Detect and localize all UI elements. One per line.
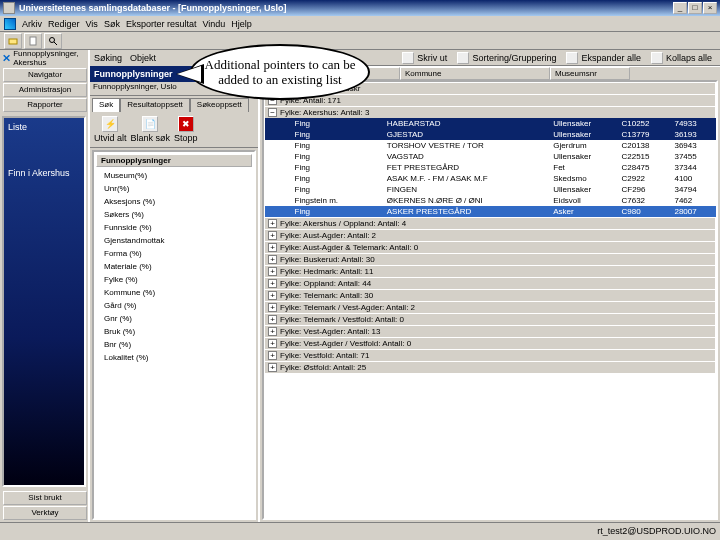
svg-line-3 [54,42,57,45]
collapse-all-right[interactable]: Kollaps alle [651,52,712,64]
nav-finn[interactable]: Finn i Akershus [8,168,70,178]
left-panel: Funnopplysninger, Akershus Navigator Adm… [0,50,90,522]
tool-search-icon[interactable] [44,33,62,49]
tree-item[interactable]: Kommune (%) [96,286,252,299]
expand-all-button[interactable]: ⚡ Utvid alt [94,116,127,143]
tools-button[interactable]: Verktøy [3,506,87,520]
tree-item[interactable]: Forma (%) [96,247,252,260]
tree-item[interactable]: Søkers (%) [96,208,252,221]
field-tree[interactable]: Funnopplysninger Museum(%)Unr(%)Aksesjon… [92,150,256,520]
tree-item[interactable]: Gjenstand­mottak [96,234,252,247]
group-row[interactable]: +Fylke: Telemark / Vest-Agder: Antall: 2 [265,302,716,314]
collapse-icon [651,52,663,64]
table-row[interactable]: FingFET PRESTEGÅRDFetC2847537344 [265,162,716,173]
group-row[interactable]: +Fylke: Vest-Agder: Antall: 13 [265,326,716,338]
group-row[interactable]: +Fylke: Buskerud: Antall: 30 [265,254,716,266]
group-row[interactable]: +Fylke: Hedmark: Antall: 11 [265,266,716,278]
title-bar: Universitetenes samlingsdatabaser - [Fun… [0,0,720,16]
group-row[interactable]: +Fylke: Telemark: Antall: 30 [265,290,716,302]
menu-bar: Arkiv Rediger Vis Søk Eksporter resultat… [0,16,720,32]
tool-page-icon[interactable] [24,33,42,49]
table-row[interactable]: FingVAGSTADUllensakerC2251537455 [265,151,716,162]
sort-group-button[interactable]: Sortering/Gruppering [457,52,556,64]
group-row[interactable]: +Fylke: Østfold: Antall: 25 [265,362,716,374]
tree-item[interactable]: Materiale (%) [96,260,252,273]
minimize-button[interactable]: _ [673,2,687,14]
tree-item[interactable]: Museum(%) [96,169,252,182]
menu-file[interactable]: Arkiv [22,19,42,29]
tree-item[interactable]: Gnr (%) [96,312,252,325]
print-button[interactable]: Skriv ut [402,52,447,64]
group-row[interactable]: +Fylke: Akershus / Oppland: Antall: 4 [265,218,716,230]
annotation-callout: Additional pointers to can be added to a… [190,44,370,109]
window-title: Universitetenes samlingsdatabaser - [Fun… [19,3,673,13]
print-icon [402,52,414,64]
last-used-button[interactable]: Sist brukt [3,491,87,505]
tab-search[interactable]: Søk [92,98,120,112]
app-icon [3,2,15,14]
svg-rect-0 [9,39,17,44]
tab-result[interactable]: Resultatoppsett [120,98,190,112]
tree-header: Funnopplysninger [96,154,252,167]
reports-button[interactable]: Rapporter [3,98,87,112]
tree-item[interactable]: Unr(%) [96,182,252,195]
table-row[interactable]: FingTORSHOV VESTRE / TORGjerdrumC2013836… [265,140,716,151]
tree-item[interactable]: Lokalitet (%) [96,351,252,364]
tree-item[interactable]: Funnside (%) [96,221,252,234]
group-row[interactable]: +Fylke: Oppland: Antall: 44 [265,278,716,290]
stop-icon: ✖ [178,116,194,132]
group-row[interactable]: +Fylke: Telemark / Vestfold: Antall: 0 [265,314,716,326]
result-grid[interactable]: −Gjenstand­stype: Beskr−Fylke: Antall: 1… [262,80,718,520]
group-row[interactable]: +Fylke: Vestfold: Antall: 71 [265,350,716,362]
tree-item[interactable]: Gård (%) [96,299,252,312]
table-row[interactable]: FingASAK M.F. - FM / ASAK M.FSkedsmoC292… [265,173,716,184]
menu-edit[interactable]: Rediger [48,19,80,29]
status-bar: rt_test2@USDPROD.UIO.NO [0,522,720,538]
blank-search-button[interactable]: 📄 Blank søk [131,116,171,143]
expand-icon [566,52,578,64]
group-row[interactable]: +Fylke: Vest-Agder / Vestfold: Antall: 0 [265,338,716,350]
blue-x-icon [3,53,10,63]
tree-item[interactable]: Aksesjons (%) [96,195,252,208]
table-row[interactable]: Fingstein m.ØKERNES N.ØRE Ø / ØNIEidsvol… [265,195,716,206]
menu-export[interactable]: Eksporter resultat [126,19,197,29]
menu-help[interactable]: Hjelp [231,19,252,29]
group-row[interactable]: +Fylke: Aust-Agder: Antall: 2 [265,230,716,242]
table-row[interactable]: FingFINGENUllensakerCF29634794 [265,184,716,195]
stop-button[interactable]: ✖ Stopp [174,116,198,143]
navigator-button[interactable]: Navigator [3,68,87,82]
col-kommune[interactable]: Kommune [400,67,550,80]
lightning-icon: ⚡ [102,116,118,132]
tree-item[interactable]: Bnr (%) [96,338,252,351]
tree-item[interactable]: Fylke (%) [96,273,252,286]
menu-search[interactable]: Søk [104,19,120,29]
tree-item[interactable]: Bruk (%) [96,325,252,338]
navigator-pane[interactable]: Liste Finn i Akershus [2,116,86,487]
nav-liste[interactable]: Liste [8,122,27,132]
table-row[interactable]: FingASKER PRESTEGÅRDAskerC98028007 [265,206,716,218]
menu-window[interactable]: Vindu [202,19,225,29]
svg-rect-1 [30,37,36,45]
left-header-label: Funnopplysninger, Akershus [13,49,85,67]
center-panel: Søking Objekt Funnopplysninger Funnopply… [90,50,260,522]
table-row[interactable]: FingHABEARSTADUllensakerC1025274933 [265,118,716,129]
maximize-button[interactable]: □ [688,2,702,14]
sort-icon [457,52,469,64]
tool-open-icon[interactable] [4,33,22,49]
admin-button[interactable]: Administrasjon [3,83,87,97]
group-row[interactable]: +Fylke: Aust-Agder & Telemark: Antall: 0 [265,242,716,254]
col-museumsnr[interactable]: Museumsnr [550,67,630,80]
tab-search-small[interactable]: Søking [94,53,122,63]
expand-all-right[interactable]: Ekspander alle [566,52,641,64]
close-button[interactable]: × [703,2,717,14]
callout-text: Additional pointers to can be added to a… [190,44,370,100]
svg-point-2 [50,37,55,42]
left-header: Funnopplysninger, Akershus [0,50,88,66]
menu-view[interactable]: Vis [86,19,98,29]
table-row[interactable]: FingGJESTADUllensakerC1377936193 [265,129,716,140]
tab-objects-small[interactable]: Objekt [130,53,156,63]
right-panel: Skriv ut Sortering/Gruppering Ekspander … [260,50,720,522]
center-toolrow: ⚡ Utvid alt 📄 Blank søk ✖ Stopp [90,112,258,148]
status-text: rt_test2@USDPROD.UIO.NO [597,526,716,536]
blank-icon: 📄 [142,116,158,132]
